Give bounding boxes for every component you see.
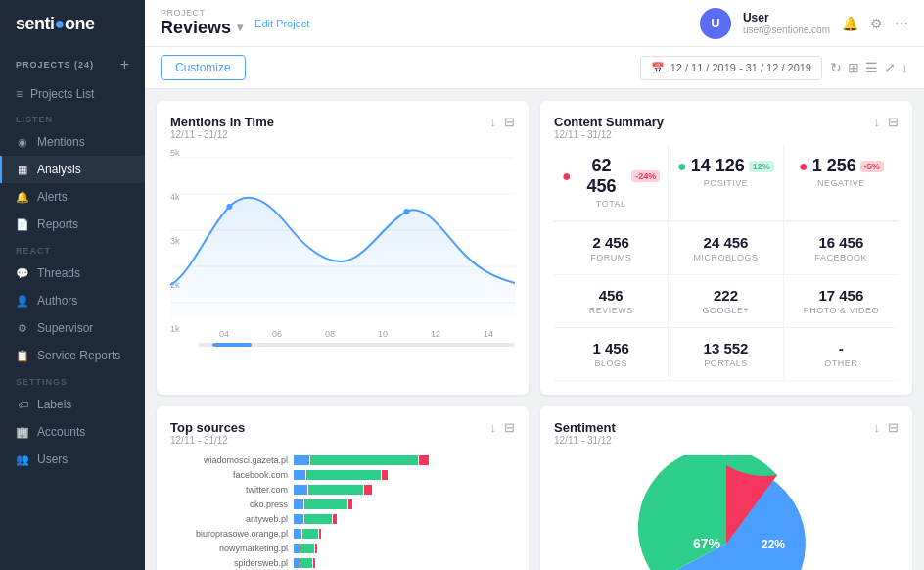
- add-project-icon[interactable]: +: [120, 56, 129, 73]
- metric-cell: 17 456 PHOTO & VIDEO: [784, 275, 899, 328]
- top-sources-title: Top sources: [170, 420, 245, 435]
- grid-view-icon[interactable]: ⊞: [848, 60, 859, 75]
- bar-chart: wiadomosci.gazeta.plfacebook.comtwitter.…: [170, 455, 515, 568]
- mentions-card: Mentions in Time 12/11 - 31/12 ↓ ⊟ 5k 4k…: [157, 101, 529, 395]
- cell-label: BLOGS: [562, 358, 660, 368]
- svg-point-5: [226, 204, 232, 210]
- bar-row: wiadomosci.gazeta.pl: [170, 455, 515, 465]
- chart-y-labels: 5k 4k 3k 2k 1k: [170, 148, 194, 334]
- refresh-icon[interactable]: ↻: [830, 60, 842, 75]
- bar-red-segment: [382, 470, 388, 480]
- bar-label: biuroprasowe.orange.pl: [170, 529, 288, 539]
- download-icon[interactable]: ↓: [901, 60, 908, 75]
- sidebar-item-service-reports[interactable]: 📋 Service Reports: [0, 342, 145, 369]
- logo: senti●one: [0, 0, 145, 48]
- x-label-08: 08: [325, 329, 335, 339]
- authors-label: Authors: [37, 294, 77, 308]
- list-view-icon[interactable]: ☰: [865, 60, 878, 75]
- analysis-icon: ▦: [16, 163, 29, 176]
- metric-cell: 24 456 MICROBLOGS: [669, 222, 783, 275]
- bar-row: spidersweb.pl: [170, 558, 515, 568]
- project-name-text: Reviews: [161, 18, 231, 38]
- chart-scrollbar[interactable]: [170, 343, 515, 347]
- sidebar-item-analysis[interactable]: ▦ Analysis: [0, 156, 145, 183]
- mentions-settings-icon[interactable]: ⊟: [504, 115, 515, 129]
- reports-label: Reports: [37, 217, 78, 231]
- summary-download-icon[interactable]: ↓: [874, 115, 881, 129]
- sentiment-settings-icon[interactable]: ⊟: [888, 420, 899, 435]
- date-range-picker[interactable]: 📅 12 / 11 / 2019 - 31 / 12 / 2019: [640, 56, 822, 80]
- sources-settings-icon[interactable]: ⊟: [504, 420, 515, 435]
- x-label-04: 04: [219, 329, 229, 339]
- y-label-2k: 2k: [170, 280, 190, 290]
- cell-value: 17 456: [792, 287, 891, 304]
- sidebar-item-mentions[interactable]: ◉ Mentions: [0, 128, 145, 156]
- sidebar-item-threads[interactable]: 💬 Threads: [0, 260, 145, 287]
- y-label-5k: 5k: [170, 148, 190, 158]
- sentiment-actions: ↓ ⊟: [874, 420, 900, 435]
- negative-metric: ● 1 256 -5% NEGATIVE: [784, 144, 899, 221]
- sidebar-item-reports[interactable]: 📄 Reports: [0, 211, 145, 238]
- metric-cell: 16 456 FACEBOOK: [784, 222, 899, 275]
- bar-blue-segment: [294, 470, 305, 480]
- x-label-12: 12: [431, 329, 440, 339]
- content-summary-card: Content Summary 12/11 - 31/12 ↓ ⊟ ● 62 4…: [540, 101, 912, 395]
- bar-row: twitter.com: [170, 485, 515, 495]
- project-name[interactable]: Reviews ▾: [161, 18, 243, 38]
- bar-container: [294, 455, 515, 465]
- cell-value: 456: [562, 287, 660, 304]
- bar-blue-segment: [294, 455, 309, 465]
- react-section-header: REACT: [0, 238, 145, 260]
- reports-icon: 📄: [16, 217, 29, 231]
- bar-red-segment: [364, 485, 372, 495]
- top-sources-header: Top sources 12/11 - 31/12 ↓ ⊟: [170, 420, 515, 446]
- cell-value: -: [792, 340, 891, 356]
- threads-icon: 💬: [16, 266, 29, 280]
- bar-red-segment: [419, 455, 429, 465]
- expand-icon[interactable]: ⤢: [884, 60, 896, 75]
- sidebar-item-projects-list[interactable]: ≡ Projects List: [0, 81, 145, 107]
- bar-container: [294, 485, 515, 495]
- metric-cell: 222 GOOGLE+: [669, 275, 783, 328]
- metric-cell: - OTHER: [784, 328, 899, 381]
- negative-value: ● 1 256 -5%: [792, 156, 891, 176]
- total-metric: ● 62 456 -24% TOTAL: [554, 144, 669, 221]
- sentiment-download-icon[interactable]: ↓: [874, 420, 881, 435]
- users-icon: 👥: [16, 452, 29, 466]
- bar-red-segment: [313, 558, 315, 568]
- mentions-download-icon[interactable]: ↓: [490, 115, 497, 129]
- summary-settings-icon[interactable]: ⊟: [888, 115, 899, 129]
- cell-value: 2 456: [562, 234, 660, 251]
- top-sources-actions: ↓ ⊟: [490, 420, 516, 435]
- sidebar-item-authors[interactable]: 👤 Authors: [0, 287, 145, 314]
- sources-download-icon[interactable]: ↓: [490, 420, 497, 435]
- bar-container: [294, 544, 515, 553]
- customize-button[interactable]: Customize: [161, 55, 246, 80]
- more-icon[interactable]: ⋯: [895, 16, 908, 31]
- edit-project-link[interactable]: Edit Project: [254, 18, 309, 29]
- sidebar-item-accounts[interactable]: 🏢 Accounts: [0, 418, 145, 446]
- sentiment-subtitle: 12/11 - 31/12: [554, 435, 616, 446]
- sidebar-item-supervisor[interactable]: ⚙ Supervisor: [0, 314, 145, 342]
- sidebar-item-users[interactable]: 👥 Users: [0, 446, 145, 473]
- bar-row: nowymarketing.pl: [170, 544, 515, 553]
- positive-label: POSITIVE: [676, 178, 774, 188]
- bar-label: nowymarketing.pl: [170, 544, 288, 553]
- y-label-4k: 4k: [170, 192, 190, 202]
- cell-label: FORUMS: [562, 253, 660, 262]
- cell-label: PORTALS: [676, 358, 774, 368]
- list-icon: ≡: [16, 87, 23, 101]
- top-sources-card: Top sources 12/11 - 31/12 ↓ ⊟ wiadomosci…: [157, 406, 529, 570]
- bar-red-segment: [348, 499, 352, 509]
- sidebar-item-labels[interactable]: 🏷 Labels: [0, 391, 145, 418]
- sidebar-item-alerts[interactable]: 🔔 Alerts: [0, 183, 145, 211]
- bar-blue-segment: [294, 529, 301, 539]
- bar-red-segment: [333, 514, 337, 524]
- threads-label: Threads: [37, 266, 80, 280]
- sidebar: senti●one PROJECTS (24) + ≡ Projects Lis…: [0, 0, 145, 570]
- toolbar-right: 📅 12 / 11 / 2019 - 31 / 12 / 2019 ↻ ⊞ ☰ …: [640, 56, 908, 80]
- cell-label: REVIEWS: [562, 306, 660, 315]
- bar-green-segment: [302, 529, 318, 539]
- notification-icon[interactable]: 🔔: [842, 16, 858, 31]
- settings-icon[interactable]: ⚙: [870, 16, 883, 31]
